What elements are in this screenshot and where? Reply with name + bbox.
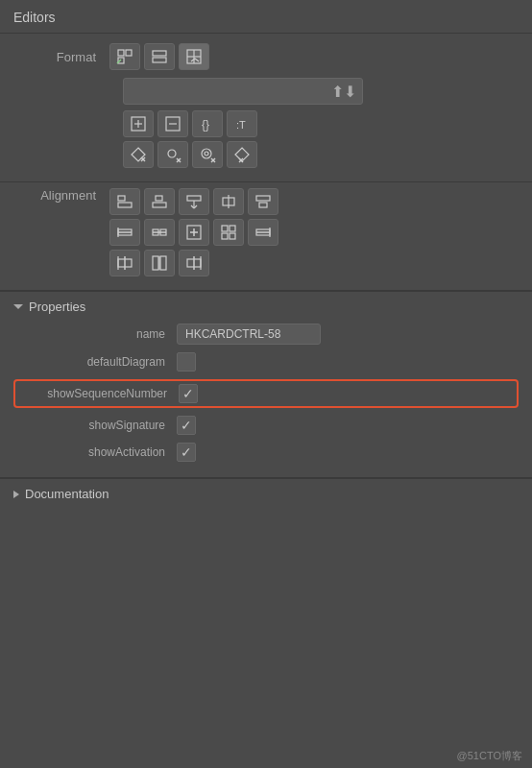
format-icon-braces[interactable]: {} [192,110,223,137]
documentation-label: Documentation [25,487,109,501]
alignment-section: Alignment [0,182,532,290]
svg-rect-53 [230,233,235,239]
svg-rect-30 [118,203,132,207]
align-btn-4[interactable] [213,188,244,215]
format-icon-collapse[interactable] [157,110,188,137]
properties-expand-icon [13,304,23,309]
prop-showsequencenumber-checkbox[interactable]: ✓ [179,384,198,403]
align-btn-7[interactable] [144,219,175,246]
svg-rect-29 [118,196,125,201]
prop-showactivation-checkbox[interactable]: ✓ [177,443,196,462]
properties-section: Properties name defaultDiagram showSeque… [0,291,532,477]
format-icon-row1: {} :T [123,110,519,137]
svg-rect-32 [153,203,166,207]
svg-rect-0 [118,50,124,56]
format-icon-expand[interactable] [123,110,154,137]
format-icon-row2 [123,141,519,168]
properties-header[interactable]: Properties [13,300,519,314]
format-icon-gear-x[interactable] [157,141,188,168]
alignment-row: Alignment [13,188,519,276]
format-label: Format [13,50,109,64]
svg-rect-50 [222,226,228,231]
documentation-section: Documentation [0,478,532,518]
align-btn-3[interactable] [179,188,209,215]
prop-showactivation-row: showActivation ✓ [13,443,519,462]
format-icon-circle-gear-x[interactable] [192,141,223,168]
align-btn-13[interactable] [179,250,209,276]
prop-defaultdiagram-label: defaultDiagram [13,355,177,369]
format-grid-button[interactable] [109,43,140,70]
format-icon-text[interactable]: :T [227,110,257,137]
svg-point-19 [168,150,176,157]
svg-rect-40 [259,203,267,207]
align-btn-11[interactable] [109,250,140,276]
align-btn-2[interactable] [144,188,175,215]
svg-rect-31 [156,196,162,201]
alignment-row2 [109,219,278,246]
prop-showsequencenumber-row-highlighted: showSequenceNumber ✓ [13,379,519,408]
format-row: Format [13,43,519,70]
align-btn-8[interactable] [179,219,209,246]
svg-rect-51 [230,226,235,231]
svg-rect-61 [160,256,166,270]
format-button-group [109,43,209,70]
svg-rect-52 [222,233,228,239]
align-btn-9[interactable] [213,219,244,246]
prop-name-label: name [13,327,177,341]
documentation-expand-icon [13,491,19,498]
prop-showsignature-checkbox[interactable]: ✓ [177,416,196,435]
svg-rect-1 [126,50,132,56]
alignment-grid [109,188,278,276]
svg-text::T: :T [236,119,246,131]
format-table-button[interactable] [179,43,209,70]
prop-defaultdiagram-checkbox[interactable] [177,352,196,372]
format-section: Format [0,34,532,181]
documentation-header[interactable]: Documentation [13,487,519,501]
format-icon-diamond-x2[interactable] [227,141,257,168]
align-btn-6[interactable] [109,219,140,246]
prop-defaultdiagram-row: defaultDiagram [13,352,519,372]
format-dropdown[interactable]: ⬆⬇ [123,78,363,105]
svg-text:{}: {} [202,118,209,132]
watermark: @51CTO博客 [457,749,522,763]
dropdown-arrow-icon: ⬆⬇ [331,83,356,101]
prop-showsignature-label: showSignature [13,419,177,432]
format-list-button[interactable] [144,43,175,70]
editors-panel: Editors Format [0,0,532,768]
svg-rect-5 [153,58,166,62]
svg-point-22 [202,149,211,158]
alignment-row3 [109,250,278,276]
align-btn-1[interactable] [109,188,140,215]
align-btn-10[interactable] [248,219,278,246]
align-btn-5[interactable] [248,188,278,215]
prop-showsignature-row: showSignature ✓ [13,416,519,435]
alignment-row1 [109,188,278,215]
svg-rect-4 [153,51,166,56]
align-btn-12[interactable] [144,250,175,276]
properties-label: Properties [29,300,85,314]
svg-rect-60 [153,256,158,270]
prop-name-row: name [13,324,519,345]
prop-name-input[interactable] [177,324,321,345]
alignment-label: Alignment [13,188,109,203]
prop-showactivation-label: showActivation [13,445,177,459]
svg-rect-33 [187,196,201,201]
svg-rect-39 [256,196,270,201]
svg-point-23 [205,152,208,156]
panel-title: Editors [0,0,532,33]
prop-showsequencenumber-label: showSequenceNumber [21,387,179,400]
format-icon-diamond-x1[interactable] [123,141,154,168]
